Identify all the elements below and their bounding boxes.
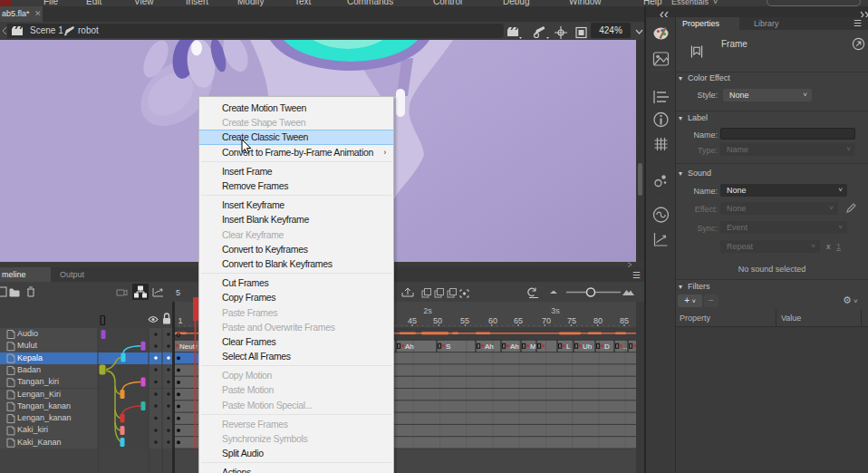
svg-text:Ah: Ah — [405, 343, 414, 351]
svg-text:Ah: Ah — [485, 343, 494, 351]
svg-text:2s: 2s — [423, 306, 432, 315]
svg-text:50: 50 — [433, 316, 442, 325]
svg-text:45: 45 — [408, 316, 417, 325]
svg-text:Ah: Ah — [510, 343, 519, 351]
svg-text:65: 65 — [514, 316, 523, 325]
svg-text:L: L — [566, 343, 571, 351]
svg-text:85: 85 — [620, 316, 629, 325]
svg-text:S: S — [446, 343, 450, 351]
svg-text:1: 1 — [178, 316, 183, 325]
svg-text:3s: 3s — [551, 306, 560, 315]
svg-text:70: 70 — [542, 316, 551, 325]
svg-text:75: 75 — [567, 316, 576, 325]
svg-text:80: 80 — [593, 316, 603, 325]
svg-text:..: .. — [623, 343, 627, 351]
svg-text:M: M — [530, 343, 536, 351]
svg-text:55: 55 — [460, 316, 469, 325]
svg-text:Uh: Uh — [583, 343, 592, 351]
svg-text:D: D — [604, 343, 610, 351]
svg-text:60: 60 — [488, 316, 497, 325]
svg-text:5: 5 — [176, 288, 180, 297]
